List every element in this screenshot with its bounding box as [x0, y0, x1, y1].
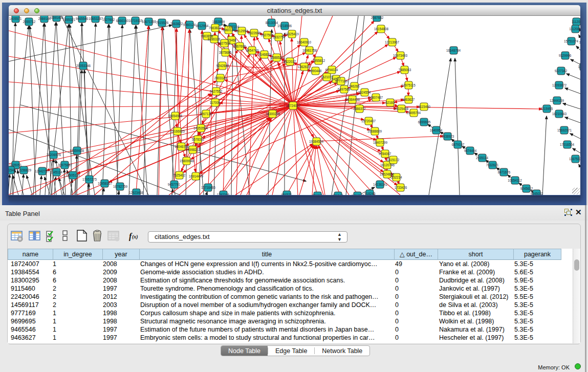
svg-text:2087682: 2087682 — [371, 16, 384, 19]
svg-text:14998222: 14998222 — [186, 148, 201, 151]
svg-text:2588520: 2588520 — [271, 56, 284, 59]
svg-text:151061: 151061 — [579, 40, 580, 44]
svg-text:12213967: 12213967 — [385, 40, 400, 44]
svg-text:9327508: 9327508 — [218, 41, 231, 45]
svg-text:16640910: 16640910 — [297, 40, 312, 44]
svg-text:10973493: 10973493 — [393, 54, 408, 57]
svg-text:6879197: 6879197 — [452, 143, 465, 146]
svg-text:7515526: 7515526 — [156, 21, 169, 25]
svg-text:15809948: 15809948 — [180, 159, 194, 163]
svg-text:16210643: 16210643 — [552, 112, 567, 116]
svg-text:9146821: 9146821 — [258, 53, 271, 56]
svg-text:3875685: 3875685 — [219, 51, 232, 54]
svg-text:16648784: 16648784 — [446, 49, 461, 52]
svg-text:918245: 918245 — [364, 192, 376, 195]
svg-text:17016504: 17016504 — [560, 143, 575, 146]
svg-text:8912954: 8912954 — [235, 29, 248, 33]
svg-text:10958167: 10958167 — [98, 182, 113, 185]
svg-text:16914479: 16914479 — [189, 174, 204, 178]
svg-text:12505135: 12505135 — [66, 173, 80, 177]
svg-text:2055712: 2055712 — [23, 20, 36, 24]
svg-text:15692971: 15692971 — [557, 128, 572, 132]
svg-text:1145114: 1145114 — [50, 170, 62, 174]
svg-text:19384554: 19384554 — [309, 140, 324, 143]
svg-text:19654985: 19654985 — [168, 114, 183, 118]
svg-text:10653287: 10653287 — [89, 17, 103, 20]
svg-text:9242848: 9242848 — [216, 64, 229, 68]
svg-text:7663858: 7663858 — [201, 34, 213, 38]
svg-text:1112084: 1112084 — [569, 27, 580, 31]
svg-text:9960124: 9960124 — [183, 23, 196, 27]
svg-text:1640954: 1640954 — [430, 128, 443, 132]
svg-text:9784067: 9784067 — [379, 152, 391, 156]
svg-text:19218596: 19218596 — [277, 24, 292, 28]
svg-text:8454749: 8454749 — [246, 49, 259, 52]
svg-text:9777169: 9777169 — [335, 79, 348, 83]
svg-text:7485063: 7485063 — [399, 68, 411, 72]
svg-text:9327503: 9327503 — [261, 33, 274, 37]
svg-text:62160: 62160 — [385, 101, 395, 104]
svg-text:12923468: 12923468 — [129, 191, 144, 194]
svg-text:7955812: 7955812 — [313, 59, 325, 62]
svg-text:16154808: 16154808 — [374, 27, 389, 31]
svg-text:2803144: 2803144 — [214, 76, 227, 80]
svg-text:6497568: 6497568 — [338, 87, 351, 91]
svg-text:14136141: 14136141 — [373, 183, 388, 186]
svg-text:122744: 122744 — [578, 65, 580, 69]
svg-text:3267130: 3267130 — [200, 112, 212, 116]
svg-text:1292346: 1292346 — [217, 193, 230, 195]
svg-text:7632621: 7632621 — [486, 163, 499, 167]
svg-text:18407299: 18407299 — [373, 141, 388, 144]
svg-text:3215955: 3215955 — [540, 107, 553, 111]
svg-text:19166825: 19166825 — [170, 129, 185, 133]
svg-text:746266: 746266 — [349, 84, 360, 88]
svg-text:12444159: 12444159 — [550, 99, 564, 102]
svg-text:10654112: 10654112 — [508, 179, 522, 182]
svg-text:8471676: 8471676 — [498, 170, 511, 174]
svg-text:8938923: 8938923 — [442, 135, 454, 138]
svg-text:9227342: 9227342 — [555, 69, 568, 73]
svg-text:14353504: 14353504 — [193, 126, 208, 130]
svg-text:16120746: 16120746 — [380, 163, 395, 167]
svg-text:1663809: 1663809 — [212, 20, 225, 24]
svg-text:252214: 252214 — [391, 176, 402, 179]
svg-text:16961758: 16961758 — [302, 49, 317, 52]
svg-text:771205: 771205 — [312, 194, 323, 195]
svg-text:12156829: 12156829 — [17, 168, 32, 172]
svg-text:16782759: 16782759 — [113, 185, 128, 188]
svg-text:7625402: 7625402 — [173, 173, 186, 177]
svg-text:8912954: 8912954 — [196, 24, 209, 28]
svg-text:10688609: 10688609 — [367, 129, 382, 133]
svg-text:1733426: 1733426 — [395, 186, 407, 189]
svg-text:13495794: 13495794 — [406, 111, 421, 115]
svg-text:9960124: 9960124 — [223, 28, 235, 32]
svg-text:9465546: 9465546 — [76, 17, 89, 20]
svg-text:20391406: 20391406 — [49, 16, 64, 19]
svg-text:10807487: 10807487 — [368, 96, 383, 99]
svg-text:11325419: 11325419 — [285, 32, 299, 36]
svg-text:2867608: 2867608 — [233, 45, 246, 48]
svg-text:1405571: 1405571 — [9, 17, 22, 20]
svg-text:2935114: 2935114 — [476, 156, 489, 160]
svg-text:15751074: 15751074 — [564, 39, 579, 43]
svg-text:9245612: 9245612 — [520, 187, 533, 190]
svg-text:8186328: 8186328 — [208, 37, 221, 41]
svg-text:12942757: 12942757 — [35, 169, 50, 173]
svg-text:1024503: 1024503 — [352, 194, 364, 195]
svg-text:10025438: 10025438 — [394, 107, 409, 111]
svg-text:10719115: 10719115 — [128, 19, 143, 23]
svg-text:17957275: 17957275 — [82, 178, 97, 181]
svg-text:1527602: 1527602 — [102, 18, 115, 21]
svg-text:984521: 984521 — [281, 193, 292, 195]
svg-text:1615172: 1615172 — [387, 158, 400, 162]
svg-text:9457791: 9457791 — [168, 183, 181, 186]
svg-text:3624554: 3624554 — [358, 91, 371, 94]
svg-text:1832754: 1832754 — [273, 35, 286, 39]
svg-text:8322037: 8322037 — [284, 60, 296, 63]
svg-text:9245032: 9245032 — [531, 192, 543, 195]
svg-text:10671355: 10671355 — [142, 20, 157, 24]
svg-text:6466160: 6466160 — [116, 19, 129, 23]
svg-text:20206576: 20206576 — [47, 153, 61, 157]
svg-text:15716485: 15716485 — [201, 186, 216, 189]
svg-text:8427552: 8427552 — [210, 90, 223, 93]
